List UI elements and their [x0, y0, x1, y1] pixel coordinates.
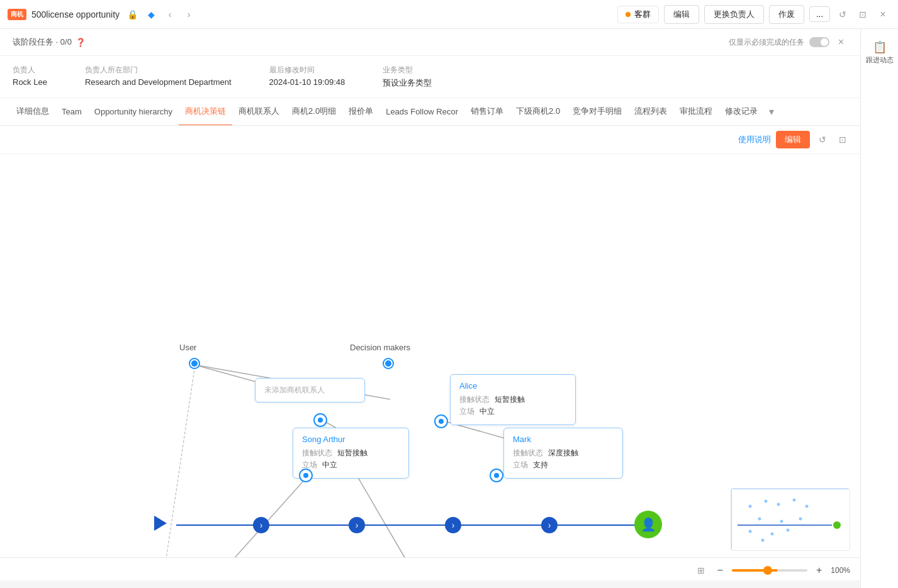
alice-contact-status-label: 接触状态 [459, 394, 490, 405]
tab-contacts[interactable]: 商机联系人 [232, 98, 286, 126]
svg-line-8 [155, 365, 195, 580]
tab-decision[interactable]: 商机决策链 [179, 98, 232, 126]
zoom-slider[interactable] [732, 569, 807, 572]
mark-contact-status-label: 接触状态 [513, 448, 543, 458]
follow-icon: 📋 [873, 40, 887, 54]
alice-contact-card[interactable]: Alice 接触状态 短暂接触 立场 中立 [450, 374, 576, 425]
connector-ring-mark[interactable] [490, 469, 503, 482]
alice-stance-value: 中立 [480, 406, 495, 417]
expand-icon[interactable]: ⊡ [855, 7, 870, 22]
connector-ring-inner-2 [439, 419, 444, 424]
connector-ring-inner-1 [318, 418, 323, 423]
flow-arrow-2[interactable]: › [349, 517, 365, 533]
canvas-area[interactable]: User Decision makers 未添加商机联系人 Alice 接触状态… [0, 154, 860, 580]
tab-hierarchy[interactable]: Opportunity hierarchy [88, 99, 179, 125]
mini-map[interactable] [731, 488, 850, 551]
flow-arrow-4[interactable]: › [541, 517, 558, 533]
tab-order[interactable]: 销售订单 [464, 98, 510, 126]
zoom-in-button[interactable]: + [814, 563, 824, 577]
more-button[interactable]: ... [809, 6, 830, 22]
tab-leads[interactable]: Leads Follow Recor [379, 99, 464, 125]
zoom-out-button[interactable]: − [715, 563, 726, 577]
mark-stance-label: 立场 [513, 460, 528, 470]
dept-value: Research and Development Department [85, 77, 232, 87]
task-bar-close[interactable]: × [834, 35, 848, 49]
tab-team[interactable]: Team [55, 99, 88, 125]
alice-contact-status-value: 短暂接触 [495, 394, 525, 405]
tab-sub[interactable]: 下级商机2.0 [510, 98, 566, 126]
canvas-edit-button[interactable]: 编辑 [776, 131, 810, 148]
help-icon: ❓ [76, 38, 86, 47]
user-avatar-node[interactable]: 👤 [634, 511, 662, 538]
owner-value: Rock Lee [13, 77, 47, 87]
dept-field: 负责人所在部门 Research and Development Departm… [85, 65, 232, 87]
decision-dot [384, 359, 393, 368]
user-node-dot [190, 359, 199, 368]
tab-overflow-icon[interactable]: ▾ [764, 101, 779, 123]
user-label: User [179, 343, 196, 352]
mark-contact-card[interactable]: Mark 接触状态 深度接触 立场 支持 [503, 428, 623, 479]
canvas-expand-icon[interactable]: ⊡ [835, 132, 850, 147]
customer-label: 客群 [634, 9, 651, 20]
mark-contact-status-value: 深度接触 [548, 448, 578, 458]
mark-stance-value: 支持 [533, 460, 548, 470]
action-button[interactable]: 作废 [769, 5, 804, 24]
help-link[interactable]: 使用说明 [738, 134, 771, 145]
flow-arrow-3[interactable]: › [445, 517, 461, 533]
sidebar-action-label: 跟进动态 [866, 56, 894, 64]
tab-detail[interactable]: 详细信息 [10, 98, 55, 126]
tab-detail20[interactable]: 商机2.0明细 [286, 98, 342, 126]
content-toolbar: 使用说明 编辑 ↺ ⊡ [0, 126, 860, 154]
customer-button[interactable]: 客群 [617, 6, 659, 23]
refresh-icon[interactable]: ↺ [835, 7, 850, 22]
decision-makers-label: Decision makers [350, 343, 410, 352]
customer-status-dot [626, 12, 631, 17]
mark-name: Mark [513, 435, 614, 444]
svg-point-15 [758, 518, 761, 521]
zoom-percent: 100% [831, 566, 850, 575]
lock-icon[interactable]: 🔒 [125, 7, 140, 22]
canvas-container: 使用说明 编辑 ↺ ⊡ [0, 126, 860, 580]
svg-point-10 [749, 505, 752, 508]
tab-quote[interactable]: 报价单 [342, 98, 379, 126]
connector-ring-inner-mark [494, 473, 499, 478]
owner-label: 负责人 [13, 65, 47, 75]
tab-history[interactable]: 修改记录 [719, 98, 764, 126]
svg-point-19 [771, 533, 774, 536]
alice-stance-label: 立场 [459, 406, 474, 417]
flow-play-button[interactable] [154, 516, 167, 531]
alice-name: Alice [459, 381, 566, 391]
empty-contact-card-1[interactable]: 未添加商机联系人 [255, 378, 365, 402]
svg-point-14 [805, 505, 809, 508]
canvas-refresh-icon[interactable]: ↺ [815, 132, 830, 147]
svg-point-17 [799, 518, 802, 521]
grid-icon[interactable]: ⊞ [693, 563, 709, 578]
change-owner-button[interactable]: 更换负责人 [704, 5, 764, 24]
tab-competitor[interactable]: 竞争对手明细 [566, 98, 628, 126]
info-bar: 负责人 Rock Lee 负责人所在部门 Research and Develo… [0, 56, 860, 98]
color-icon[interactable]: ◆ [143, 7, 159, 22]
top-bar: 商机 500license opportunity 🔒 ◆ ‹ › 客群 编辑 … [0, 0, 898, 29]
connector-ring-1[interactable] [313, 413, 327, 427]
tab-approval[interactable]: 审批流程 [673, 98, 719, 126]
toggle-required[interactable] [809, 37, 829, 47]
next-icon[interactable]: › [181, 7, 196, 22]
song-contact-status-label: 接触状态 [302, 448, 332, 458]
dept-label: 负责人所在部门 [85, 65, 232, 75]
connector-ring-2[interactable] [434, 414, 448, 428]
flow-arrow-1[interactable]: › [253, 517, 269, 533]
connector-ring-inner-song [303, 473, 308, 478]
prev-icon[interactable]: ‹ [162, 7, 177, 22]
right-sidebar: 📋 跟进动态 [860, 29, 898, 588]
svg-point-21 [761, 539, 765, 542]
song-contact-status-value: 短暂接触 [337, 448, 368, 458]
close-button[interactable]: × [875, 7, 890, 22]
tab-bar: 详细信息 Team Opportunity hierarchy 商机决策链 商机… [0, 98, 860, 126]
empty-contact-text-1: 未添加商机联系人 [264, 386, 325, 394]
follow-activity-button[interactable]: 📋 跟进动态 [863, 36, 896, 68]
svg-line-5 [357, 475, 412, 570]
tab-process[interactable]: 流程列表 [628, 98, 673, 126]
connector-ring-song[interactable] [299, 469, 313, 482]
modified-value: 2024-01-10 19:09:48 [269, 77, 345, 87]
edit-button[interactable]: 编辑 [664, 5, 699, 24]
